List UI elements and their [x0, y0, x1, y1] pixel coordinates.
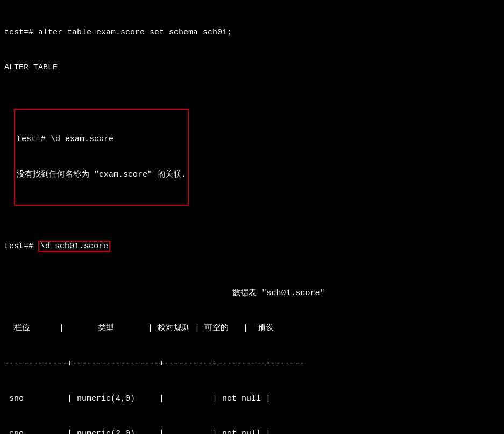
red-box-inline: \d sch01.score: [38, 241, 110, 252]
line-4: 没有找到任何名称为 "exam.score" 的关联.: [17, 169, 186, 181]
line-separator: -------------+------------------+-------…: [4, 358, 500, 370]
line-9: sno | numeric(4,0) | | not null |: [4, 393, 500, 405]
line-5: test=# \d sch01.score: [4, 241, 500, 253]
line-2: ALTER TABLE: [4, 62, 500, 74]
line-1: test=# alter table exam.score set schema…: [4, 27, 500, 39]
line-10: cno | numeric(2,0) | | not null |: [4, 428, 500, 434]
line-6: 数据表 "sch01.score": [4, 288, 500, 299]
red-box-group: test=# \d exam.score 没有找到任何名称为 "exam.sco…: [14, 109, 189, 206]
line-7: 栏位 | 类型 | 校对规则 | 可空的 | 预设: [4, 323, 500, 334]
line-3: test=# \d exam.score: [17, 134, 186, 145]
terminal-window: test=# alter table exam.score set schema…: [4, 3, 500, 434]
